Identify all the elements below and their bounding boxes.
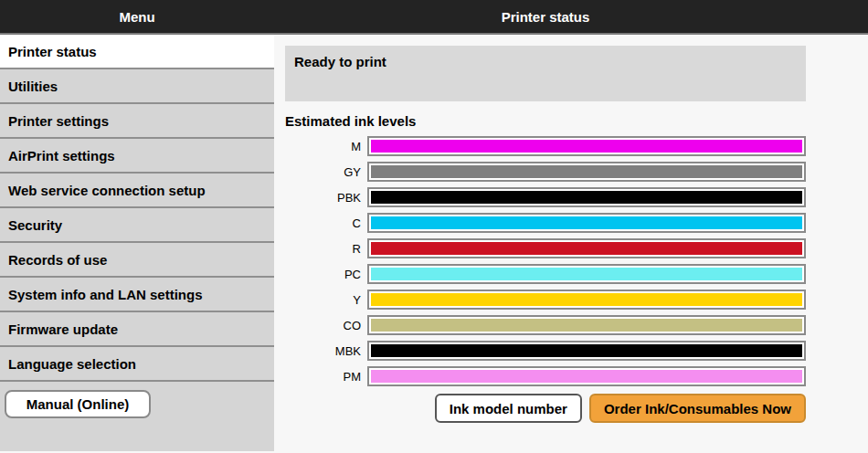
order-ink-button[interactable]: Order Ink/Consumables Now <box>589 394 806 423</box>
ink-bar-fill <box>371 216 802 229</box>
ink-bar <box>367 290 806 310</box>
printer-status-message: Ready to print <box>294 54 386 69</box>
sidebar-item-security[interactable]: Security <box>0 208 274 243</box>
ink-label: R <box>285 242 367 256</box>
ink-bar-fill <box>371 344 802 357</box>
ink-row-pc: PC <box>285 264 806 284</box>
main-layout: Printer statusUtilitiesPrinter settingsA… <box>0 35 868 451</box>
ink-bar-fill <box>371 140 802 153</box>
ink-bar <box>367 341 806 361</box>
page-title: Printer status <box>285 9 806 25</box>
ink-label: PC <box>285 268 367 281</box>
ink-label: Y <box>285 293 367 307</box>
ink-bar-fill <box>371 293 802 306</box>
sidebar-item-language-selection[interactable]: Language selection <box>0 347 274 382</box>
ink-level-list: MGYPBKCRPCYCOMBKPM <box>285 136 806 386</box>
sidebar: Printer statusUtilitiesPrinter settingsA… <box>0 35 274 451</box>
ink-bar <box>367 264 806 284</box>
menu-header-title: Menu <box>0 9 274 25</box>
ink-bar-fill <box>371 268 802 280</box>
sidebar-item-printer-settings[interactable]: Printer settings <box>0 104 274 139</box>
ink-bar-fill <box>371 319 802 332</box>
ink-label: MBK <box>285 344 367 358</box>
app-header: Menu Printer status <box>0 0 868 35</box>
ink-row-co: CO <box>285 315 806 335</box>
ink-row-pm: PM <box>285 366 806 386</box>
ink-model-number-button[interactable]: Ink model number <box>435 394 582 423</box>
ink-label: PBK <box>285 191 367 205</box>
ink-row-c: C <box>285 213 806 233</box>
ink-bar-fill <box>371 370 802 383</box>
ink-bar <box>367 315 806 335</box>
ink-bar <box>367 187 806 207</box>
manual-online-button[interactable]: Manual (Online) <box>5 390 151 418</box>
sidebar-item-airprint-settings[interactable]: AirPrint settings <box>0 139 274 174</box>
sidebar-item-printer-status[interactable]: Printer status <box>0 35 274 69</box>
ink-bar <box>367 366 806 386</box>
sidebar-item-records-of-use[interactable]: Records of use <box>0 243 274 278</box>
ink-bar <box>367 213 806 233</box>
sidebar-item-system-info-and-lan-settings[interactable]: System info and LAN settings <box>0 278 274 312</box>
ink-bar <box>367 238 806 258</box>
ink-label: C <box>285 216 367 230</box>
ink-row-m: M <box>285 136 806 156</box>
ink-bar-fill <box>371 191 802 204</box>
ink-label: PM <box>285 370 367 384</box>
ink-row-r: R <box>285 238 806 258</box>
ink-row-gy: GY <box>285 162 806 182</box>
ink-bar <box>367 136 806 156</box>
sidebar-nav: Printer statusUtilitiesPrinter settingsA… <box>0 35 274 382</box>
ink-section-title: Estimated ink levels <box>285 113 806 129</box>
ink-bar-fill <box>371 242 802 255</box>
sidebar-item-web-service-connection-setup[interactable]: Web service connection setup <box>0 174 274 208</box>
ink-row-mbk: MBK <box>285 341 806 361</box>
sidebar-item-utilities[interactable]: Utilities <box>0 69 274 104</box>
ink-label: M <box>285 140 367 153</box>
ink-bar-fill <box>371 165 802 178</box>
printer-status-box: Ready to print <box>285 46 806 101</box>
ink-bar <box>367 162 806 182</box>
sidebar-item-firmware-update[interactable]: Firmware update <box>0 312 274 347</box>
ink-label: GY <box>285 165 367 179</box>
ink-row-pbk: PBK <box>285 187 806 207</box>
ink-row-y: Y <box>285 290 806 310</box>
action-button-row: Ink model number Order Ink/Consumables N… <box>285 394 806 423</box>
content-area: Ready to print Estimated ink levels MGYP… <box>285 35 806 451</box>
ink-label: CO <box>285 319 367 332</box>
